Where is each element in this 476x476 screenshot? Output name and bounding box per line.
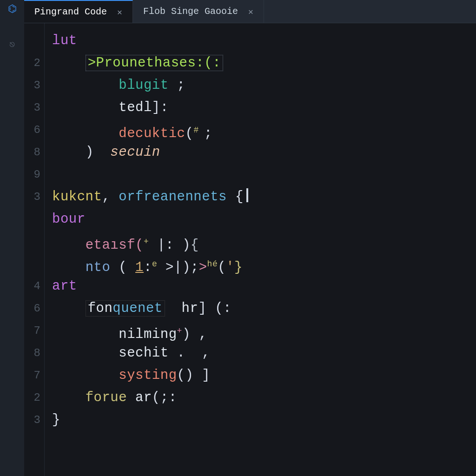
code-token: >|); (157, 260, 199, 275)
code-token: ) (86, 145, 111, 160)
code-editor[interactable]: lut >Prounethases:(: blugit ; tedl]: dec… (45, 23, 476, 476)
code-token: { (227, 189, 244, 205)
code-token: ( (185, 126, 193, 141)
code-token: ' (226, 260, 234, 275)
code-token: + (144, 237, 149, 246)
close-icon[interactable]: ✕ (248, 7, 253, 17)
code-token: nto (86, 260, 111, 275)
selection: >Prounethases:(: (86, 55, 223, 71)
code-token: { (191, 238, 199, 253)
editor-wrap: 23 368 93 4 678 723 lut >Prounethases:(:… (24, 23, 476, 476)
code-token: etaısf( (86, 238, 144, 253)
code-token: ] (: (198, 301, 231, 316)
activity-icon-1[interactable]: ⎋ (9, 39, 15, 50)
code-token: |: ) (149, 238, 191, 253)
close-icon[interactable]: ✕ (117, 7, 122, 17)
tab-pingrand-code[interactable]: Pingrand Code ✕ (24, 0, 133, 23)
code-token: kukcnt (52, 189, 102, 205)
code-token: ; (204, 126, 212, 141)
code-token: systing (119, 368, 177, 383)
code-token: nilming (119, 327, 177, 342)
code-token: tedl (119, 100, 152, 115)
code-token: blugit (119, 78, 168, 93)
code-token: . , (169, 345, 211, 361)
tab-flob-singe[interactable]: Flob Singe Gaooie ✕ (133, 0, 264, 23)
text-cursor (246, 188, 248, 202)
tab-bar: Pingrand Code ✕ Flob Singe Gaooie ✕ (24, 0, 476, 23)
code-token: , (102, 189, 119, 205)
app-root: ⌬ ⎋ Pingrand Code ✕ Flob Singe Gaooie ✕ … (0, 0, 476, 476)
code-token: hé (207, 259, 218, 269)
app-logo-icon[interactable]: ⌬ (8, 3, 17, 15)
code-token: hr (165, 301, 198, 316)
code-token: bour (52, 212, 86, 227)
code-token: ) , (182, 327, 207, 342)
code-token: : (144, 260, 152, 275)
code-token: 1 (135, 260, 144, 275)
code-token: art (52, 278, 77, 294)
code-token: () ] (177, 368, 211, 383)
code-token: ]: (152, 100, 169, 115)
tab-label: Pingrand Code (34, 7, 107, 17)
code-token: ( (110, 260, 135, 275)
code-token: secuin (110, 145, 160, 160)
tab-label: Flob Singe Gaooie (143, 6, 238, 17)
line-number-gutter: 23 368 93 4 678 723 (24, 23, 45, 476)
code-token: ( (218, 260, 226, 275)
code-token: } (52, 412, 60, 428)
code-token: orfreanennets (119, 189, 227, 205)
code-token: decuktic (119, 126, 185, 141)
code-token: } (234, 260, 243, 275)
code-token: fonquenet (86, 300, 165, 317)
code-token: e (152, 259, 157, 269)
code-token: ar (135, 390, 152, 405)
code-token: lut (52, 33, 77, 48)
code-token: > (199, 260, 207, 275)
code-token: forue (86, 390, 135, 405)
code-token: # (193, 126, 204, 135)
code-token: (;: (152, 390, 177, 405)
code-token: + (177, 326, 182, 336)
main-area: Pingrand Code ✕ Flob Singe Gaooie ✕ 23 3… (24, 0, 476, 476)
code-token: ; (169, 78, 185, 93)
activity-bar: ⌬ ⎋ (0, 0, 24, 476)
code-token: sechit (119, 345, 168, 361)
